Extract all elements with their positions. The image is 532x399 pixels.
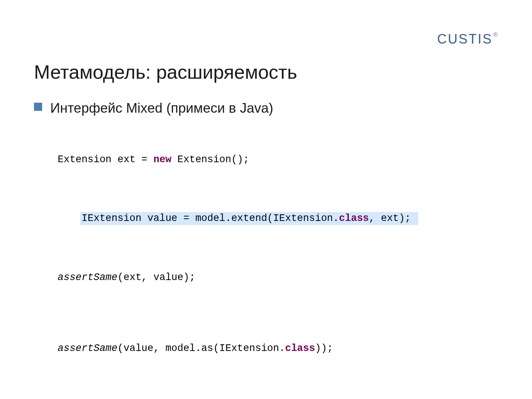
- bullet-item: Интерфейс Mixed (примеси в Java): [34, 99, 499, 117]
- brand-logo-text: CUSTIS: [437, 31, 492, 47]
- registered-mark: ®: [493, 31, 499, 38]
- slide-content: Интерфейс Mixed (примеси в Java) Extensi…: [34, 99, 499, 399]
- code-block: Extension ext = new Extension(); IExtens…: [56, 129, 499, 399]
- bullet-square-icon: [34, 103, 42, 111]
- code-line: assertSame(ext, value);: [56, 271, 499, 284]
- code-line: assertSame(value, model.as(IExtension.cl…: [56, 342, 499, 355]
- brand-logo: CUSTIS®: [437, 31, 499, 47]
- slide-title: Метамодель: расширяемость: [34, 61, 297, 83]
- code-line: Extension ext = new Extension();: [56, 153, 499, 166]
- bullet-text: Интерфейс Mixed (примеси в Java): [50, 99, 273, 117]
- code-line-highlighted: IExtension value = model.extend(IExtensi…: [80, 212, 418, 225]
